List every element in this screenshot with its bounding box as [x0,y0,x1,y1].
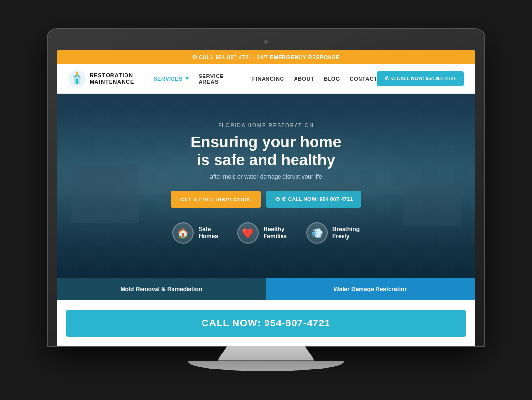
services-bar: Mold Removal & Remediation Water Damage … [57,278,475,300]
safe-homes-text: Safe Homes [199,226,218,241]
feature-breathing-freely: 💨 Breathing Freely [306,222,360,244]
navbar-call-button[interactable]: ✆ ✆ CALL NOW: 954-807-4721 [377,71,464,86]
hero-buttons: GET A FREE INSPECTION ✆ ✆ CALL NOW: 954-… [171,191,361,208]
hero-description: after mold or water damage disrupt your … [171,173,361,180]
healthy-families-icon: ❤️ [237,222,259,244]
nav-blog[interactable]: BLOG [324,76,340,82]
nav-links: SERVICES SERVICE AREAS FINANCING ABOUT B… [154,73,377,85]
monitor-stand-top [218,346,314,361]
logo: RESTORATION MAINTENANCE [68,70,134,88]
safe-homes-icon: 🏠 [172,222,194,244]
logo-icon [68,70,86,88]
hero-subtitle: FLORIDA HOME RESTORATION [171,123,361,128]
cta-bar[interactable]: CALL NOW: 954-807-4721 [66,310,466,337]
logo-text: RESTORATION MAINTENANCE [90,72,134,85]
emergency-bar-text: ✆ CALL 954-807-4721 · 24/7 EMERGENCY RES… [192,54,340,60]
logo-line2: MAINTENANCE [90,79,134,85]
feature-healthy-families: ❤️ Healthy Families [237,222,287,244]
hero-features: 🏠 Safe Homes ❤️ Healthy Families [171,222,361,253]
hero-call-button[interactable]: ✆ ✆ CALL NOW: 954-807-4721 [266,191,361,208]
monitor-stand-base [188,361,344,371]
svg-rect-1 [76,79,78,84]
monitor-wrapper: ✆ CALL 954-807-4721 · 24/7 EMERGENCY RES… [48,29,484,371]
nav-services[interactable]: SERVICES [154,76,188,82]
monitor-camera [264,40,268,44]
nav-financing[interactable]: FINANCING [252,76,284,82]
phone-icon-hero: ✆ [275,196,280,202]
monitor-frame: ✆ CALL 954-807-4721 · 24/7 EMERGENCY RES… [48,29,484,346]
feature-safe-homes: 🏠 Safe Homes [172,222,218,244]
cta-bar-text: CALL NOW: 954-807-4721 [202,318,330,328]
nav-contact[interactable]: CONTACT [350,76,377,82]
monitor-top-bar [57,38,475,46]
breathing-freely-icon: 💨 [306,222,328,244]
healthy-families-text: Healthy Families [264,226,287,241]
hero-title: Ensuring your home is safe and healthy [171,133,361,169]
nav-service-areas[interactable]: SERVICE AREAS [199,73,243,85]
mold-removal-tab[interactable]: Mold Removal & Remediation [57,278,266,300]
furniture-right [403,187,461,226]
navbar: RESTORATION MAINTENANCE SERVICES SERVICE… [57,64,475,94]
nav-about[interactable]: ABOUT [294,76,314,82]
svg-point-2 [76,72,78,74]
hero-title-line2: is safe and healthy [197,151,335,169]
emergency-bar: ✆ CALL 954-807-4721 · 24/7 EMERGENCY RES… [57,50,475,64]
furniture-left [71,174,139,223]
chevron-down-icon [185,77,189,80]
water-damage-tab[interactable]: Water Damage Restoration [266,278,476,300]
hero-section: FLORIDA HOME RESTORATION Ensuring your h… [57,94,475,278]
logo-line1: RESTORATION [90,72,134,78]
cta-section: CALL NOW: 954-807-4721 [57,300,475,346]
phone-icon: ✆ [385,76,389,82]
hero-title-line1: Ensuring your home [190,133,341,151]
breathing-freely-text: Breathing Freely [332,226,360,241]
monitor-screen: ✆ CALL 954-807-4721 · 24/7 EMERGENCY RES… [57,50,475,346]
inspection-button[interactable]: GET A FREE INSPECTION [171,191,261,208]
hero-content: FLORIDA HOME RESTORATION Ensuring your h… [161,108,371,263]
